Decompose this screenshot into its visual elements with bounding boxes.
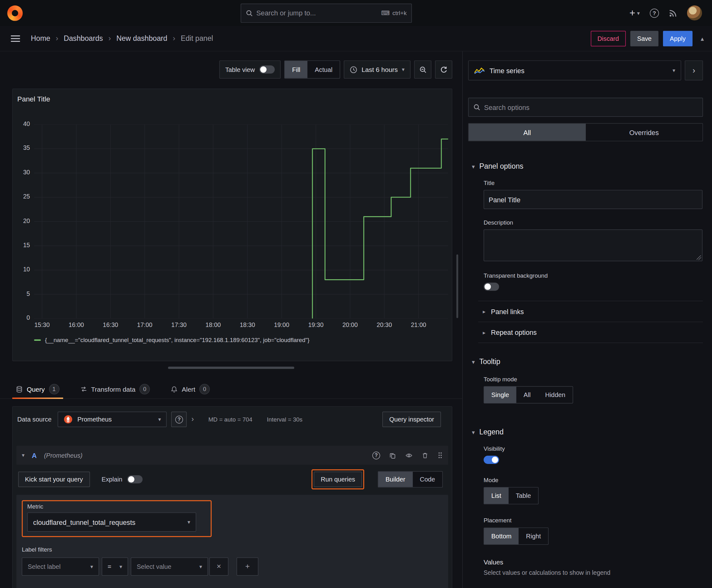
label-filters-row: Select label ▾ = ▾ Select value ▾	[22, 558, 443, 576]
fill-actual-group: Fill Actual	[284, 60, 340, 79]
tooltip-all-option[interactable]: All	[516, 387, 538, 403]
breadcrumb-new-dashboard[interactable]: New dashboard	[116, 34, 167, 42]
eye-icon[interactable]	[405, 452, 413, 459]
breadcrumb: Home › Dashboards › New dashboard › Edit…	[31, 34, 213, 43]
run-queries-button[interactable]: Run queries	[314, 471, 362, 487]
datasource-picker[interactable]: Prometheus ▾	[58, 412, 167, 427]
description-field[interactable]	[484, 229, 703, 261]
options-tab-group: All Overrides	[468, 123, 703, 141]
transform-count-badge: 0	[139, 384, 150, 394]
fill-option[interactable]: Fill	[285, 61, 307, 78]
remove-filter-button[interactable]: ×	[209, 558, 229, 576]
placement-bottom-option[interactable]: Bottom	[484, 528, 519, 544]
query-inspector-button[interactable]: Query inspector	[382, 412, 441, 427]
trash-icon[interactable]	[422, 452, 428, 459]
caret-down-icon: ▾	[188, 519, 190, 525]
tooltip-hidden-option[interactable]: Hidden	[538, 387, 572, 403]
refresh-icon[interactable]	[435, 60, 452, 79]
metric-select[interactable]: cloudflared_tunnel_total_requests ▾	[27, 512, 196, 532]
options-search-input[interactable]	[484, 103, 698, 111]
tab-transform[interactable]: Transform data 0	[77, 380, 154, 398]
time-series-chart[interactable]	[34, 124, 448, 318]
menu-icon[interactable]	[11, 35, 20, 41]
tab-query[interactable]: Query 1	[12, 380, 63, 398]
breadcrumb-separator: ›	[108, 34, 111, 43]
select-value-dropdown[interactable]: Select value ▾	[131, 558, 208, 576]
caret-down-icon: ▾	[637, 10, 640, 16]
placement-right-option[interactable]: Right	[519, 528, 548, 544]
kick-start-button[interactable]: Kick start your query	[18, 471, 90, 487]
discard-button[interactable]: Discard	[590, 31, 626, 46]
zoom-out-icon[interactable]	[414, 60, 431, 79]
breadcrumb-dashboards[interactable]: Dashboards	[64, 34, 103, 42]
query-ref-datasource: (Prometheus)	[44, 452, 83, 459]
drag-handle-icon[interactable]	[437, 452, 443, 459]
new-menu-button[interactable]: +▾	[629, 7, 640, 19]
panel-title-input[interactable]	[489, 196, 697, 204]
transparent-bg-switch[interactable]	[484, 283, 499, 291]
search-icon	[473, 104, 480, 111]
table-view-toggle[interactable]: Table view	[219, 60, 281, 79]
panel-options-section[interactable]: ▾ Panel options	[463, 162, 712, 170]
chevron-down-icon: ▾	[472, 359, 475, 365]
caret-down-icon: ▾	[199, 564, 202, 569]
tooltip-single-option[interactable]: Single	[484, 387, 516, 403]
global-search-input[interactable]	[257, 9, 377, 17]
query-row-header[interactable]: ▾ A (Prometheus) ?	[16, 446, 448, 465]
vertical-scrollbar[interactable]	[456, 254, 458, 318]
visualization-picker[interactable]: Time series ▾	[468, 60, 681, 80]
legend-series-label[interactable]: {__name__="cloudflared_tunnel_total_requ…	[45, 337, 309, 344]
tooltip-section[interactable]: ▾ Tooltip	[463, 357, 712, 365]
builder-option[interactable]: Builder	[378, 471, 412, 487]
chart-legend[interactable]: {__name__="cloudflared_tunnel_total_requ…	[34, 337, 309, 344]
query-stats-interval: Interval = 30s	[267, 416, 302, 423]
save-button[interactable]: Save	[630, 31, 659, 46]
table-view-switch[interactable]	[259, 65, 275, 74]
options-search[interactable]	[468, 98, 703, 117]
chevron-right-icon[interactable]: ›	[192, 415, 194, 423]
tab-overrides[interactable]: Overrides	[585, 123, 702, 141]
mode-table-option[interactable]: Table	[509, 487, 538, 504]
avatar[interactable]	[687, 5, 702, 20]
chevron-up-icon[interactable]: ▴	[701, 35, 704, 42]
description-input[interactable]	[484, 229, 703, 261]
legend-placement-label: Placement	[484, 517, 694, 524]
legend-section[interactable]: ▾ Legend	[463, 428, 712, 436]
tooltip-mode-group: Single All Hidden	[484, 386, 573, 404]
time-range-picker[interactable]: Last 6 hours ▾	[344, 60, 410, 79]
panel-title-field[interactable]	[484, 190, 703, 209]
grafana-logo-icon[interactable]	[7, 5, 23, 21]
pane-resize-handle[interactable]	[168, 366, 294, 369]
repeat-options-section[interactable]: ▸ Repeat options	[478, 322, 703, 343]
legend-visibility-switch[interactable]	[484, 456, 499, 464]
operator-dropdown[interactable]: = ▾	[102, 558, 128, 576]
chevron-right-icon: ▸	[483, 309, 486, 314]
resize-grip-icon[interactable]	[697, 255, 701, 260]
help-icon[interactable]: ?	[372, 451, 380, 459]
panel-title[interactable]: Panel Title	[17, 95, 50, 103]
mode-list-option[interactable]: List	[484, 487, 509, 504]
breadcrumb-home[interactable]: Home	[31, 34, 50, 42]
description-label: Description	[484, 219, 694, 226]
datasource-help-button[interactable]: ?	[171, 412, 187, 427]
explain-switch[interactable]	[127, 475, 142, 483]
news-rss-icon[interactable]	[669, 9, 677, 17]
tab-alert-label: Alert	[182, 385, 195, 393]
code-option[interactable]: Code	[412, 471, 442, 487]
global-search[interactable]: ⌨ ctrl+k	[240, 3, 412, 23]
copy-icon[interactable]	[389, 452, 396, 459]
expand-viz-picker-button[interactable]: ›	[685, 60, 703, 80]
tooltip-mode-label: Tooltip mode	[484, 376, 694, 383]
panel-preview: Panel Title 0510152025303540 15:3016:001…	[12, 89, 452, 361]
panel-links-section[interactable]: ▸ Panel links	[478, 301, 703, 322]
help-icon[interactable]: ?	[650, 8, 659, 18]
add-filter-button[interactable]: +	[237, 558, 258, 576]
apply-button[interactable]: Apply	[663, 31, 693, 46]
tab-all[interactable]: All	[469, 123, 585, 141]
chevron-down-icon[interactable]: ▾	[22, 453, 24, 458]
prometheus-icon	[64, 415, 73, 424]
select-label-dropdown[interactable]: Select label ▾	[22, 558, 99, 576]
actual-option[interactable]: Actual	[308, 61, 340, 78]
breadcrumb-separator: ›	[173, 34, 175, 43]
tab-alert[interactable]: Alert 0	[167, 380, 214, 398]
